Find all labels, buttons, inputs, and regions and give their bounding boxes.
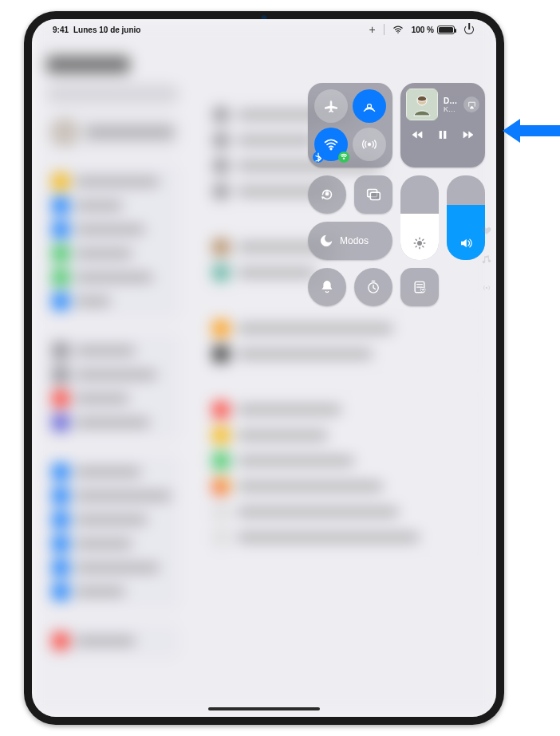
annotation-arrow [503, 119, 560, 143]
previous-track-button[interactable] [411, 128, 424, 144]
svg-point-0 [397, 32, 399, 33]
focus-mode-button[interactable]: Modos [308, 222, 392, 260]
svg-rect-8 [444, 131, 446, 138]
volume-slider[interactable] [447, 175, 485, 260]
wifi-status-icon [392, 24, 404, 35]
svg-point-4 [368, 143, 371, 146]
silent-mode-button[interactable] [308, 268, 346, 306]
favorite-icon[interactable] [481, 225, 492, 239]
side-shortcut-icons [481, 225, 492, 297]
svg-point-16 [486, 287, 487, 289]
battery-text: 100 % [412, 26, 434, 34]
status-date: Lunes 10 de junio [73, 26, 140, 34]
airplay-button[interactable] [463, 96, 479, 112]
wifi-button[interactable] [314, 128, 348, 161]
airdrop-button[interactable] [353, 89, 386, 123]
connectivity-group[interactable] [308, 83, 392, 167]
airplane-mode-button[interactable] [314, 89, 348, 123]
power-icon[interactable] [463, 23, 475, 36]
bluetooth-pip [313, 152, 324, 163]
music-icon[interactable] [481, 254, 492, 268]
home-indicator[interactable] [208, 707, 320, 710]
wifi-connected-pip [338, 152, 349, 163]
quick-note-button[interactable] [400, 268, 439, 306]
svg-rect-11 [370, 192, 380, 199]
media-player-tile[interactable]: Deeper Well Kacey Musgraves [400, 83, 485, 167]
svg-rect-9 [325, 193, 329, 195]
artist-name: Kacey Musgraves [444, 105, 458, 113]
cellular-button[interactable] [353, 128, 386, 161]
timer-button[interactable] [354, 268, 392, 306]
song-title: Deeper Well [444, 96, 458, 105]
svg-point-2 [330, 148, 333, 151]
add-control-icon[interactable]: + [369, 24, 375, 35]
screen-mirroring-button[interactable] [354, 175, 392, 214]
svg-point-12 [417, 241, 422, 246]
brightness-icon [412, 236, 427, 254]
focus-label: Modos [340, 235, 369, 246]
ipad-frame: 9:41 Lunes 10 de junio + 100 % [24, 11, 504, 725]
play-pause-button[interactable] [436, 128, 449, 144]
status-bar: 9:41 Lunes 10 de junio + 100 % [32, 19, 496, 40]
svg-rect-7 [440, 131, 442, 138]
camera-toggle-icon[interactable] [481, 282, 492, 297]
rotation-lock-button[interactable] [308, 175, 346, 214]
screen: 9:41 Lunes 10 de junio + 100 % [32, 19, 496, 717]
status-time: 9:41 [53, 26, 69, 34]
album-art [406, 89, 438, 120]
control-center: Deeper Well Kacey Musgraves [308, 83, 485, 306]
next-track-button[interactable] [462, 128, 475, 144]
battery-icon [437, 26, 455, 34]
svg-point-3 [343, 158, 345, 159]
brightness-slider[interactable] [400, 175, 439, 260]
volume-icon [459, 236, 473, 254]
